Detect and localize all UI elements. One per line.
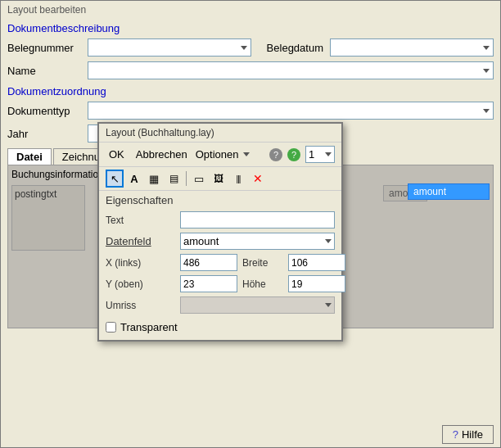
modal-icon-toolbar: ↖ A ▦ ▤ ▭ 🖼 ||| [99,167,341,191]
cursor-tool[interactable]: ↖ [106,170,124,188]
image-icon: 🖼 [214,173,223,184]
rect-icon: ▭ [194,173,204,185]
datenfeld-row: Datenfeld amount [106,233,335,250]
text-label: Text [106,215,175,226]
field-tool[interactable]: ▤ [165,170,183,188]
transparent-label: Transparent [120,321,178,333]
datenfeld-select[interactable]: amount [180,233,335,250]
abbrechen-button[interactable]: Abbrechen [133,147,191,162]
ok-button[interactable]: OK [106,147,128,162]
help-circle-gray[interactable]: ? [269,148,282,161]
rect-tool[interactable]: ▭ [190,170,208,188]
modal-top-toolbar: OK Abbrechen Optionen ? ? 1 [99,143,341,167]
y-input[interactable]: 23 [180,275,237,292]
cursor-icon: ↖ [111,173,120,185]
text-input[interactable] [180,211,335,229]
y-label: Y (oben) [106,278,175,290]
umriss-row: Umriss [106,296,335,314]
toolbar-separator-1 [186,171,187,186]
optionen-label: Optionen [196,148,239,161]
help-circle-green[interactable]: ? [287,148,300,161]
barcode-tool[interactable]: ||| [229,170,247,188]
modal-dialog: Layout (Buchhaltung.lay) OK Abbrechen Op… [97,122,343,342]
eigenschaften-label: Eigenschaften [99,191,341,208]
text-row: Text [106,211,335,229]
modal-title: Layout (Buchhaltung.lay) [99,124,341,143]
datenfeld-arrow [325,239,332,243]
modal-overlay: Layout (Buchhaltung.lay) OK Abbrechen Op… [1,1,500,447]
breite-label: Breite [242,257,283,269]
optionen-button[interactable]: Optionen [196,148,250,161]
main-window: Layout bearbeiten Dokumentbeschreibung B… [0,0,501,448]
text-tool[interactable]: A [125,170,143,188]
table-icon: ▦ [149,173,159,185]
breite-input[interactable]: 106 [288,254,345,271]
x-input[interactable]: 486 [180,254,237,271]
umriss-arrow [325,303,332,307]
x-breite-row: X (links) 486 Breite 106 [106,254,335,271]
hoehe-input[interactable]: 19 [288,275,345,292]
barcode-icon: ||| [237,174,241,183]
page-select[interactable]: 1 [305,146,335,163]
x-label: X (links) [106,257,175,269]
delete-button[interactable]: ✕ [249,170,267,188]
transparent-checkbox[interactable] [106,322,116,333]
datenfeld-value: amount [183,235,219,247]
umriss-select [180,296,335,314]
text-icon: A [130,173,138,185]
table-tool[interactable]: ▦ [145,170,163,188]
image-tool[interactable]: 🖼 [210,170,228,188]
page-arrow [325,152,332,156]
page-value: 1 [309,148,314,161]
y-hoehe-row: Y (oben) 23 Höhe 19 [106,275,335,292]
datenfeld-label-text: Datenfeld [106,235,151,247]
umriss-label: Umriss [106,300,175,311]
delete-icon: ✕ [253,172,263,185]
hoehe-label: Höhe [242,278,283,290]
transparent-row: Transparent [99,321,341,340]
optionen-arrow [243,152,250,156]
modal-form: Text Datenfeld amount X (links) [99,208,341,321]
datenfeld-label: Datenfeld [106,235,175,247]
field-icon: ▤ [169,173,178,184]
